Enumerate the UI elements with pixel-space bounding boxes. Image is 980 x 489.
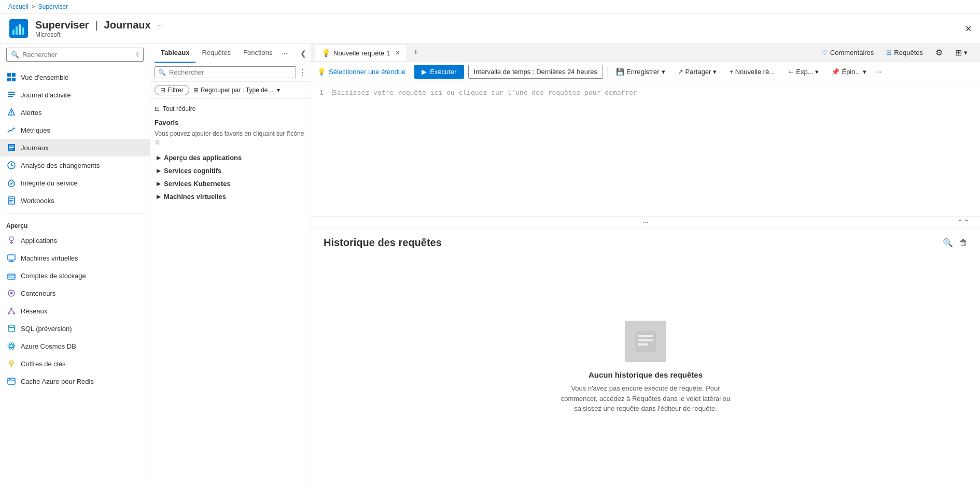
collapse-all-label: Tout réduire <box>163 105 195 112</box>
tree-arrow-icon: ▶ <box>157 168 161 174</box>
tree-item-cognitifs[interactable]: ▶ Services cognitifs <box>155 164 306 177</box>
run-btn[interactable]: ▶ Exécuter <box>414 65 464 79</box>
tree-item-apercu[interactable]: ▶ Aperçu des applications <box>155 151 306 164</box>
panel-search-input[interactable] <box>169 68 292 76</box>
sidebar-item-sql[interactable]: SQL (préversion) <box>0 320 150 337</box>
sidebar-item-coffres[interactable]: Coffres de clés <box>0 355 150 372</box>
sidebar-item-analyse[interactable]: Analyse des changements <box>0 156 150 174</box>
sidebar-item-reseaux[interactable]: Réseaux <box>0 302 150 320</box>
sidebar-item-workbooks[interactable]: Workbooks <box>0 192 150 209</box>
sidebar-item-stockage[interactable]: Comptes de stockage <box>0 267 150 284</box>
request-tab-add-btn[interactable]: + <box>407 44 424 61</box>
header-more-btn[interactable]: ··· <box>157 21 163 29</box>
header-close-btn[interactable]: ✕ <box>965 24 972 34</box>
chevron-down-icon: ▾ <box>662 68 665 76</box>
chevron-down-icon: ▾ <box>815 68 819 76</box>
filter-btn[interactable]: ⊟ Filtrer <box>155 85 189 95</box>
sidebar-search-input[interactable] <box>22 51 133 59</box>
results-collapse-bar[interactable]: ··· ⌃⌃ <box>311 217 980 228</box>
header-subtitle: Microsoft <box>35 31 163 38</box>
history-search-btn[interactable]: 🔍 <box>943 238 953 248</box>
dots-indicator: ··· <box>643 219 648 226</box>
toolbar-more-btn[interactable]: ··· <box>875 67 881 77</box>
sidebar-item-conteneurs[interactable]: Conteneurs <box>0 284 150 302</box>
svg-rect-6 <box>12 73 16 77</box>
tab-fonctions[interactable]: Fonctions <box>237 44 278 63</box>
panel-menu-btn[interactable]: ⋮ <box>298 67 306 77</box>
sql-icon <box>6 323 17 334</box>
chevron-down-icon: ▾ <box>863 68 866 76</box>
tree-item-machines[interactable]: ▶ Machines virtuelles <box>155 190 306 203</box>
sidebar-item-vue-ensemble[interactable]: Vue d'ensemble <box>0 68 150 86</box>
tree-arrow-icon: ▶ <box>157 194 161 199</box>
breadcrumb: Accueil > Superviser <box>0 0 980 14</box>
conteneurs-icon <box>6 288 17 298</box>
breadcrumb-separator: > <box>32 3 35 10</box>
cosmos-icon <box>6 341 17 351</box>
sidebar-item-journaux[interactable]: Journaux <box>0 139 150 156</box>
comments-label: Commentaires <box>830 49 874 56</box>
tab-tableaux[interactable]: Tableaux <box>155 44 195 63</box>
share-btn[interactable]: ↗ Partager ▾ <box>674 66 721 78</box>
tabs-collapse-btn[interactable]: ❮ <box>300 49 306 57</box>
filter-icon: ⊟ <box>160 87 165 94</box>
group-by-btn[interactable]: ⊞ Regrouper par : Type de ... ▾ <box>193 87 280 94</box>
sidebar-item-label: Applications <box>21 237 57 244</box>
integrite-icon <box>6 178 17 188</box>
toolbar-sep <box>410 67 410 77</box>
svg-point-13 <box>11 113 12 114</box>
new-query-btn[interactable]: + Nouvelle rè... <box>725 66 779 78</box>
svg-rect-7 <box>7 78 11 81</box>
sidebar-item-journal[interactable]: Journal d'activité <box>0 86 150 104</box>
machines-icon <box>6 253 17 263</box>
sidebar-item-cache[interactable]: Cache Azure pour Redis <box>0 372 150 390</box>
header-title: Superviser <box>35 19 89 31</box>
tabs-more-btn[interactable]: ··· <box>278 44 290 62</box>
sidebar-item-integrite[interactable]: Intégrité du service <box>0 174 150 192</box>
query-toolbar: 💡 Sélectionner une étendue ▶ Exécuter In… <box>311 62 980 82</box>
sidebar-item-applications[interactable]: Applications <box>0 232 150 249</box>
sidebar-collapse-icon[interactable]: 《 <box>133 50 139 59</box>
sidebar-item-alertes[interactable]: Alertes <box>0 104 150 121</box>
comments-btn[interactable]: ♡ Commentaires <box>818 47 878 59</box>
save-label: Enregistrer <box>626 68 660 76</box>
panel-dragger[interactable] <box>978 0 980 489</box>
panel-search-box[interactable]: 🔍 <box>155 66 296 78</box>
request-tab-close-btn[interactable]: ✕ <box>395 49 400 56</box>
header-actions: ♡ Commentaires ⊞ Requêtes ⚙ ⊞ ▾ <box>818 46 976 60</box>
svg-rect-16 <box>9 147 14 148</box>
settings-btn[interactable]: ⚙ <box>931 46 947 60</box>
sidebar: 🔍 《 Vue d'ensemble Journal d'activité <box>0 44 150 486</box>
sidebar-item-cosmos[interactable]: Azure Cosmos DB <box>0 337 150 355</box>
collapse-icon: ⊟ <box>155 105 160 112</box>
pin-btn[interactable]: 📌 Épin... ▾ <box>827 66 871 78</box>
coffres-icon <box>6 358 17 369</box>
breadcrumb-home[interactable]: Accueil <box>8 3 29 10</box>
history-delete-btn[interactable]: 🗑 <box>959 238 968 248</box>
pin-icon: 💡 <box>317 68 326 76</box>
sidebar-item-label: Journal d'activité <box>21 91 71 99</box>
svg-point-48 <box>9 379 10 380</box>
save-btn[interactable]: 💾 Enregistrer ▾ <box>612 66 669 78</box>
empty-state-icon <box>625 321 666 362</box>
export-btn[interactable]: ↔ Exp... ▾ <box>783 66 823 78</box>
sidebar-item-machines[interactable]: Machines virtuelles <box>0 249 150 267</box>
svg-rect-9 <box>8 92 15 93</box>
tree-item-kubernetes[interactable]: ▶ Services Kubernetes <box>155 177 306 190</box>
scope-btn[interactable]: 💡 Sélectionner une étendue <box>317 68 405 76</box>
time-range-btn[interactable]: Intervalle de temps : Dernières 24 heure… <box>468 65 603 79</box>
request-tab[interactable]: 💡 Nouvelle requête 1 ✕ <box>315 44 407 61</box>
breadcrumb-current[interactable]: Superviser <box>38 3 68 10</box>
collapse-all-btn[interactable]: ⊟ Tout réduire <box>155 103 306 114</box>
editor-placeholder: Saisissez votre requête ici ou cliquez s… <box>333 89 637 96</box>
chevron-down-icon: ▾ <box>964 49 968 56</box>
layout-btn[interactable]: ⊞ ▾ <box>951 46 972 60</box>
query-editor[interactable]: 1 Saisissez votre requête ici ou cliquez… <box>311 82 980 217</box>
sidebar-item-metriques[interactable]: Métriques <box>0 121 150 139</box>
panel-toolbar: 🔍 ⋮ <box>150 63 311 82</box>
requests-btn[interactable]: ⊞ Requêtes <box>882 47 927 59</box>
tab-requetes[interactable]: Requêtes <box>195 44 237 63</box>
pin-label: Épin... <box>842 68 861 76</box>
sidebar-search-box[interactable]: 🔍 《 <box>6 48 144 62</box>
svg-line-37 <box>9 310 11 312</box>
